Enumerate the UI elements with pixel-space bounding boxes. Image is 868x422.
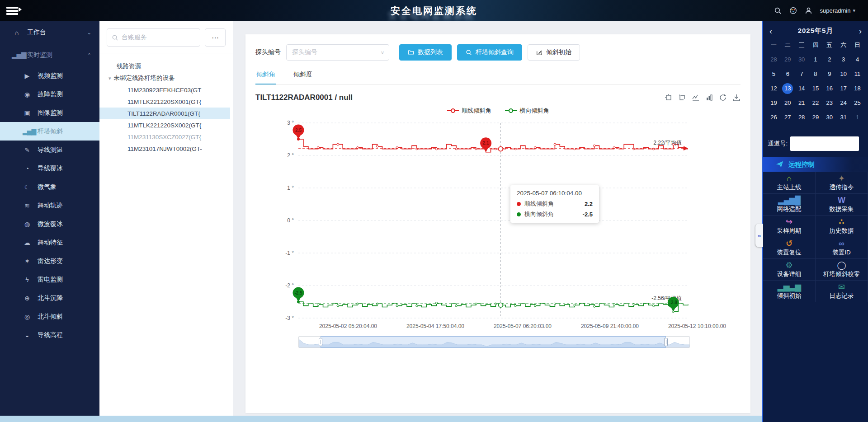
sidebar-menu-item[interactable]: ☁ 舞动特征 <box>0 233 99 252</box>
sidebar-menu-item[interactable]: ◒ 导线高程 <box>0 326 99 344</box>
calendar-day[interactable]: 27 <box>781 110 795 125</box>
calendar-day[interactable]: 6 <box>781 67 795 81</box>
remote-control-button[interactable]: ✉ 日志记录 <box>816 281 868 302</box>
chart-area[interactable]: 3 °2 °1 °0 °-1 °-2 °-3 °2025-05-02 05:20… <box>255 117 741 333</box>
calendar-day[interactable]: 1 <box>809 52 823 67</box>
datazoom-slider[interactable] <box>298 336 690 348</box>
calendar-day[interactable]: 2 <box>822 52 836 67</box>
sidebar-menu-item[interactable]: ☾ 微气象 <box>0 178 99 196</box>
sidebar-menu-item[interactable]: ◍ 微波覆冰 <box>0 215 99 233</box>
calendar-day[interactable]: 16 <box>822 81 836 96</box>
legend-item[interactable]: 横向倾斜角 <box>505 107 549 115</box>
remote-control-button[interactable]: ↺ 装置复位 <box>763 237 816 259</box>
calendar-day[interactable]: 4 <box>850 52 864 67</box>
calendar-day[interactable]: 25 <box>850 96 864 110</box>
tab[interactable]: 倾斜度 <box>292 68 313 84</box>
calendar-day[interactable]: 23 <box>822 96 836 110</box>
legend-item[interactable]: 顺线倾斜角 <box>447 107 491 115</box>
calendar-day[interactable]: 19 <box>767 96 781 110</box>
remote-control-button[interactable]: ∞ 装置ID <box>816 237 868 259</box>
sidebar-menu-item[interactable]: ◉ 故障监测 <box>0 85 99 103</box>
calendar-day[interactable]: 9 <box>822 67 836 81</box>
remote-control-button[interactable]: ↪ 采样周期 <box>763 216 816 237</box>
toolbar-button[interactable]: 倾斜初始 <box>528 44 580 61</box>
device-tree-item[interactable]: 11M231017NJWT0002(GT- <box>99 143 230 155</box>
chevron-left-icon[interactable]: ‹ <box>769 27 772 35</box>
sidebar-menu-item[interactable]: ▣ 图像监测 <box>0 103 99 122</box>
calendar-day[interactable]: 28 <box>767 52 781 67</box>
calendar-day[interactable]: 8 <box>809 67 823 81</box>
user-menu[interactable]: superadmin ▾ <box>820 7 855 14</box>
calendar-day[interactable]: 14 <box>795 81 809 96</box>
datazoom-left-handle[interactable] <box>319 338 322 346</box>
sidebar-menu-item[interactable]: ◎ 北斗倾斜 <box>0 307 99 326</box>
remote-control-button[interactable]: ▂▅▃▆ 倾斜初始 <box>763 281 816 302</box>
calendar-day[interactable]: 1 <box>850 110 864 125</box>
tilt-angle-chart[interactable]: 3 °2 °1 °0 °-1 °-2 °-3 °2025-05-02 05:20… <box>255 117 741 333</box>
remote-control-button[interactable]: ∴ 历史数据 <box>816 216 868 237</box>
calendar-day[interactable]: 3 <box>836 52 850 67</box>
calendar-day[interactable]: 30 <box>795 52 809 67</box>
more-button[interactable]: ⋯ <box>205 28 226 47</box>
tree-root-line-resources[interactable]: 线路资源 <box>99 61 230 72</box>
calendar-day[interactable]: 29 <box>809 110 823 125</box>
calendar-day[interactable]: 29 <box>781 52 795 67</box>
ledger-search-input[interactable]: 台账服务 <box>107 28 200 47</box>
remote-control-button[interactable]: ⚙ 设备详细 <box>763 259 816 281</box>
sidebar-section-realtime[interactable]: ▂▅▇ 实时监测 ⌃ <box>0 44 99 66</box>
sidebar-menu-item[interactable]: ▂▅▇ 杆塔倾斜 <box>0 122 99 141</box>
remote-control-button[interactable]: ⌂ 主站上线 <box>763 172 816 194</box>
sidebar-menu-item[interactable]: ⊕ 北斗沉降 <box>0 289 99 307</box>
calendar-day[interactable]: 31 <box>836 110 850 125</box>
sidebar-menu-item[interactable]: ▶ 视频监测 <box>0 66 99 85</box>
calendar-day[interactable]: 24 <box>836 96 850 110</box>
datazoom-selection[interactable] <box>321 336 666 348</box>
refresh-icon[interactable] <box>719 94 727 102</box>
calendar-day[interactable]: 10 <box>836 67 850 81</box>
zoom-reset-icon[interactable] <box>678 94 686 102</box>
remote-control-button[interactable]: ◯ 杆塔倾斜校零 <box>816 259 868 281</box>
chevron-right-icon[interactable]: › <box>859 27 862 35</box>
device-tree-item[interactable]: 11MTLK221220SX001(GT{ <box>99 96 230 108</box>
user-icon[interactable] <box>805 7 813 15</box>
sidebar-item-workbench[interactable]: ⌂ 工作台 ⌄ <box>0 21 99 44</box>
sidebar-menu-item[interactable]: ≋ 舞动轨迹 <box>0 196 99 215</box>
calendar-day[interactable]: 26 <box>767 110 781 125</box>
device-tree-item[interactable]: TILT1122RADAR0001(GT{ <box>99 108 230 119</box>
calendar-day[interactable]: 20 <box>781 96 795 110</box>
sidebar-menu-item[interactable]: ϟ 雷电监测 <box>0 270 99 289</box>
calendar-day[interactable]: 15 <box>809 81 823 96</box>
sidebar-menu-item[interactable]: ✎ 导线测温 <box>0 141 99 159</box>
zoom-box-icon[interactable] <box>665 94 673 102</box>
toolbar-button[interactable]: 杆塔倾斜查询 <box>457 44 522 61</box>
device-tree-item[interactable]: 11MTLK221220SX002(GT{ <box>99 119 230 131</box>
bar-chart-icon[interactable] <box>705 94 713 102</box>
calendar-day[interactable]: 17 <box>836 81 850 96</box>
calendar-day[interactable]: 30 <box>822 110 836 125</box>
calendar-day[interactable]: 18 <box>850 81 864 96</box>
device-tree-item[interactable]: 11M231130SXCZ0027(GT{ <box>99 131 230 143</box>
calendar-day[interactable]: 22 <box>809 96 823 110</box>
calendar-day[interactable]: 11 <box>850 67 864 81</box>
theme-icon[interactable] <box>789 7 797 15</box>
calendar-day[interactable]: 12 <box>767 81 781 96</box>
remote-control-button[interactable]: ✦ 透传指令 <box>816 172 868 194</box>
probe-number-select[interactable]: 探头编号 ∨ <box>286 44 389 61</box>
sidebar-menu-item[interactable]: ✶ 雷达形变 <box>0 252 99 270</box>
tree-group-unbound[interactable]: ▾ 未绑定线路杆塔的设备 <box>99 72 230 84</box>
toolbar-button[interactable]: 数据列表 <box>399 44 452 61</box>
datazoom-right-handle[interactable] <box>664 338 668 346</box>
calendar-day[interactable]: 28 <box>795 110 809 125</box>
remote-control-button[interactable]: W 数据采集 <box>816 194 868 216</box>
remote-control-button[interactable]: ▂▄▆█ 网络适配 <box>763 194 816 216</box>
device-tree-item[interactable]: 11M230923FEKHCE03(GT <box>99 84 230 96</box>
panel-collapse-handle[interactable]: » <box>755 224 763 247</box>
calendar-day[interactable]: 7 <box>795 67 809 81</box>
calendar-day[interactable]: 5 <box>767 67 781 81</box>
tab[interactable]: 倾斜角 <box>255 68 276 84</box>
calendar-day[interactable]: 21 <box>795 96 809 110</box>
menu-collapse-icon[interactable] <box>6 5 18 16</box>
channel-input[interactable] <box>790 136 859 151</box>
search-icon[interactable] <box>774 7 782 15</box>
line-chart-icon[interactable] <box>692 94 700 102</box>
